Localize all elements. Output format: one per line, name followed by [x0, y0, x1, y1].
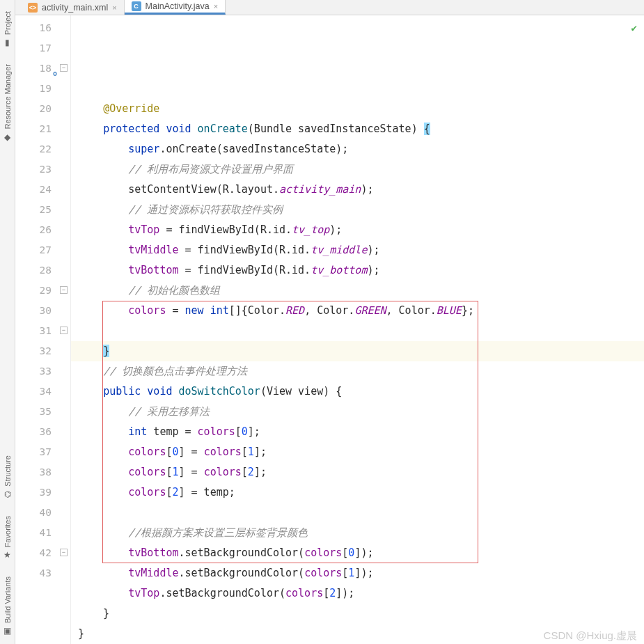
rail-project[interactable]: ▮Project — [3, 11, 12, 47]
code-line[interactable]: tvTop.setBackgroundColor(colors[2]); — [78, 583, 644, 604]
line-number: 16 — [15, 18, 52, 38]
fold-column: −−−− — [57, 15, 71, 644]
code-line[interactable]: public void doSwitchColor(View view) { — [78, 382, 644, 402]
code-line[interactable]: int temp = colors[0]; — [78, 422, 644, 442]
line-number: 22 — [15, 139, 52, 159]
editor-tab-1[interactable]: CMainActivity.java× — [125, 0, 226, 15]
code-line[interactable]: // 初始化颜色数组 — [78, 281, 644, 301]
close-icon[interactable]: × — [214, 2, 218, 10]
line-number: 21 — [15, 119, 52, 139]
line-number: 36 — [15, 422, 52, 442]
code-line[interactable]: // 采用左移算法 — [78, 402, 644, 422]
line-number: 23 — [15, 159, 52, 180]
line-number: 40 — [15, 503, 52, 523]
editor-tab-0[interactable]: <>activity_main.xml× — [21, 0, 125, 15]
fold-toggle[interactable]: − — [60, 286, 68, 294]
code-line[interactable]: tvTop = findViewById(R.id.tv_top); — [78, 220, 644, 240]
tab-label: activity_main.xml — [42, 3, 108, 13]
close-icon[interactable]: × — [112, 3, 116, 12]
code-line[interactable]: @Override — [78, 99, 644, 119]
line-number: 32 — [15, 341, 52, 361]
line-number: 39 — [15, 482, 52, 503]
code-line[interactable]: tvMiddle.setBackgroundColor(colors[1]); — [78, 563, 644, 583]
code-line[interactable]: } — [78, 604, 644, 624]
left-tool-rail: ▮Project ◆Resource Manager ⌬Structure ★F… — [0, 0, 15, 644]
line-number: 18o↑ — [15, 58, 52, 79]
line-number-gutter: 161718o↑19202122232425262728293031323334… — [15, 15, 57, 644]
code-line[interactable]: // 利用布局资源文件设置用户界面 — [78, 159, 644, 180]
rail-favorites[interactable]: ★Favorites — [3, 516, 12, 560]
editor-tab-bar: <>activity_main.xml×CMainActivity.java× — [15, 0, 644, 15]
code-line[interactable]: colors[2] = temp; — [78, 482, 644, 503]
code-line[interactable]: colors[1] = colors[2]; — [78, 462, 644, 482]
line-number: 25 — [15, 200, 52, 220]
line-number: 28 — [15, 260, 52, 281]
java-file-icon: C — [132, 1, 141, 11]
code-line[interactable]: setContentView(R.layout.activity_main); — [78, 180, 644, 200]
line-number: 31 — [15, 321, 52, 341]
code-line[interactable]: tvBottom = findViewById(R.id.tv_bottom); — [78, 260, 644, 281]
main-column: <>activity_main.xml×CMainActivity.java× … — [15, 0, 644, 644]
fold-toggle[interactable]: − — [60, 327, 68, 334]
editor-wrap: 161718o↑19202122232425262728293031323334… — [15, 15, 644, 644]
line-number: 35 — [15, 402, 52, 422]
line-number: 38 — [15, 462, 52, 482]
code-line[interactable]: colors = new int[]{Color.RED, Color.GREE… — [78, 301, 644, 321]
line-number: 41 — [15, 523, 52, 543]
code-line[interactable]: } — [71, 341, 644, 361]
code-line[interactable]: // 切换颜色点击事件处理方法 — [78, 361, 644, 382]
rail-structure[interactable]: ⌬Structure — [3, 455, 12, 499]
fold-toggle[interactable]: − — [60, 64, 68, 72]
line-number: 33 — [15, 361, 52, 382]
code-line[interactable]: colors[0] = colors[1]; — [78, 442, 644, 462]
code-line[interactable]: super.onCreate(savedInstanceState); — [78, 139, 644, 159]
line-number: 17 — [15, 38, 52, 58]
code-line[interactable] — [78, 503, 644, 523]
line-number: 37 — [15, 442, 52, 462]
build-icon: ▣ — [3, 626, 11, 636]
structure-icon: ⌬ — [4, 489, 11, 499]
rail-build-variants[interactable]: ▣Build Variants — [3, 576, 12, 636]
fold-toggle[interactable]: − — [60, 549, 68, 556]
code-line[interactable]: //根据颜方案来设置三层标签背景颜色 — [78, 523, 644, 543]
code-line[interactable] — [78, 79, 644, 99]
line-number: 24 — [15, 180, 52, 200]
watermark: CSDN @Hxiug.虚晨 — [544, 629, 637, 643]
code-line[interactable]: tvBottom.setBackgroundColor(colors[0]); — [78, 543, 644, 563]
line-number: 19 — [15, 79, 52, 99]
line-number: 43 — [15, 563, 52, 583]
tab-label: MainActivity.java — [146, 1, 210, 11]
line-number: 26 — [15, 220, 52, 240]
xml-file-icon: <> — [28, 3, 38, 13]
star-icon: ★ — [3, 550, 11, 560]
code-area[interactable]: @Override protected void onCreate(Bundle… — [71, 15, 644, 644]
code-line[interactable]: // 通过资源标识符获取控件实例 — [78, 200, 644, 220]
code-line[interactable]: tvMiddle = findViewById(R.id.tv_middle); — [78, 240, 644, 260]
code-line[interactable] — [78, 321, 644, 341]
line-number: 27 — [15, 240, 52, 260]
resource-icon: ◆ — [4, 132, 10, 142]
line-number: 42 — [15, 543, 52, 563]
project-icon: ▮ — [5, 38, 10, 47]
ide-root: ▮Project ◆Resource Manager ⌬Structure ★F… — [0, 0, 644, 644]
inspection-ok-icon[interactable]: ✔ — [631, 18, 637, 38]
code-line[interactable]: protected void onCreate(Bundle savedInst… — [78, 119, 644, 139]
rail-resource-manager[interactable]: ◆Resource Manager — [3, 64, 12, 142]
line-number: 29 — [15, 281, 52, 301]
line-number: 34 — [15, 382, 52, 402]
line-number: 20 — [15, 99, 52, 119]
line-number: 30 — [15, 301, 52, 321]
